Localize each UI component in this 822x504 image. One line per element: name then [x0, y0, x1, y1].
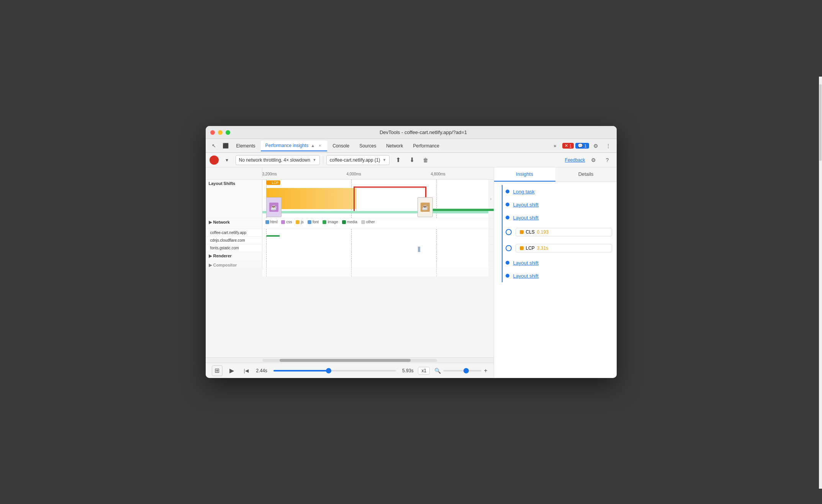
js-dot: [296, 220, 300, 224]
settings-toolbar-icon[interactable]: ⚙: [588, 155, 599, 165]
insights-list: Long task Layout shift: [494, 185, 617, 282]
scrollbar-thumb[interactable]: [280, 359, 411, 362]
layout-shift-2-label[interactable]: Layout shift: [513, 215, 539, 221]
cls-connector-dot: [506, 229, 512, 235]
layout-shift-1-dot: [506, 203, 509, 206]
time-start: 2.44s: [256, 368, 267, 373]
zoom-slider-thumb[interactable]: [463, 368, 469, 373]
screen-view-button[interactable]: ⊞: [212, 365, 223, 376]
font-dot: [308, 220, 311, 224]
network-host-2-label: cdnjs.cloudflare.com: [206, 237, 262, 244]
layout-shift-1-label[interactable]: Layout shift: [513, 202, 539, 208]
image-dot: [323, 220, 326, 224]
chat-badge[interactable]: 💬 1: [575, 143, 589, 149]
download-icon[interactable]: ⬇: [406, 155, 417, 165]
upload-icon[interactable]: ⬆: [393, 155, 403, 165]
cls-item: CLS 0.193: [494, 224, 617, 240]
devtools-window: DevTools - coffee-cart.netlify.app/?ad=1…: [206, 126, 617, 378]
zoom-in-icon[interactable]: +: [484, 367, 487, 374]
compositor-collapse-arrow[interactable]: ▶: [209, 263, 212, 268]
scrollbar-track[interactable]: [262, 359, 437, 362]
legend-row: html css js: [262, 218, 488, 226]
cls-content: CLS 0.193: [516, 228, 612, 236]
layout-shifts-row: Layout Shifts LCP: [206, 180, 494, 218]
maximize-button[interactable]: [226, 130, 230, 135]
error-badge[interactable]: ✕ 1: [562, 143, 574, 149]
tab-console[interactable]: Console: [328, 141, 354, 151]
layout-shift-1-content: Layout shift: [513, 201, 612, 208]
device-icon[interactable]: ⬛: [220, 141, 231, 151]
tab-details[interactable]: Details: [555, 167, 617, 182]
tab-sources[interactable]: Sources: [355, 141, 381, 151]
slider-thumb[interactable]: [326, 368, 331, 373]
horizontal-scrollbar[interactable]: [206, 357, 494, 363]
trash-icon[interactable]: 🗑: [420, 155, 431, 165]
tab-performance[interactable]: Performance: [408, 141, 444, 151]
url-dropdown[interactable]: coffee-cart.netlify.app (1) ▼: [326, 155, 390, 165]
spacer: [488, 261, 494, 268]
spacer: [488, 237, 494, 244]
long-task-dot: [506, 190, 509, 193]
tab-insights[interactable]: Insights: [494, 167, 555, 182]
more-options-icon[interactable]: ⋮: [603, 141, 614, 151]
more-tabs-button[interactable]: »: [549, 141, 561, 151]
screenshot-thumb-2[interactable]: ☕: [418, 197, 433, 217]
legend-media: media: [342, 220, 357, 224]
help-icon[interactable]: ?: [602, 155, 613, 165]
layout-shift-4-item: Layout shift: [494, 269, 617, 282]
screenshot-thumb-1[interactable]: ☕: [266, 197, 282, 217]
lcp-badge-dot: [268, 181, 271, 184]
network-host-3-row: fonts.gstatic.com: [206, 244, 494, 252]
record-button[interactable]: [210, 155, 219, 165]
cls-badge[interactable]: CLS 0.193: [516, 228, 612, 236]
legend-css: css: [281, 220, 292, 224]
html-dot: [265, 220, 269, 224]
tab-performance-insights[interactable]: Performance insights ▲ ×: [261, 141, 327, 151]
lcp-label: LCP: [526, 245, 535, 251]
thumb-inner-2: ☕: [418, 198, 432, 217]
renderer-collapse-arrow[interactable]: ▶: [209, 254, 212, 259]
cursor-icon[interactable]: ↖: [209, 141, 219, 151]
zoom-out-icon[interactable]: 🔍: [434, 368, 441, 374]
throttle-dropdown[interactable]: No network throttling, 4× slowdown ▼: [236, 155, 320, 165]
thumb-icon-2: ☕: [421, 203, 430, 212]
renderer-row: ▶ Renderer: [206, 252, 494, 261]
cls-label: CLS: [526, 229, 535, 235]
minimize-button[interactable]: [218, 130, 223, 135]
settings-icon[interactable]: ⚙: [591, 141, 601, 151]
dropdown-arrow[interactable]: ▼: [222, 155, 233, 165]
layout-shift-4-label[interactable]: Layout shift: [513, 273, 539, 279]
network-host-1-row: coffee-cart.netlify.app: [206, 229, 494, 237]
layout-shift-4-dot: [506, 274, 509, 278]
feedback-link[interactable]: Feedback: [565, 157, 585, 163]
layout-shift-3-label[interactable]: Layout shift: [513, 260, 539, 266]
close-button[interactable]: [210, 130, 215, 135]
time-end: 5.93s: [402, 368, 413, 373]
sidebar-content: Long task Layout shift: [494, 182, 617, 378]
play-button[interactable]: ▶: [227, 366, 236, 375]
c-dashed-2: [351, 261, 352, 277]
content-area: 3,200ms 4,000ms 4,800ms Layout Shifts: [206, 167, 617, 378]
traffic-lights: [210, 130, 230, 135]
timeline-slider[interactable]: [273, 370, 396, 371]
url-dropdown-arrow: ▼: [382, 158, 386, 162]
spacer: [488, 229, 494, 236]
lcp-badge2[interactable]: LCP 3.31s: [516, 244, 612, 252]
timeline-expand-arrow[interactable]: ›: [488, 180, 494, 218]
tab-network[interactable]: Network: [382, 141, 408, 151]
timeline-content[interactable]: Layout Shifts LCP: [206, 180, 494, 357]
speed-badge[interactable]: x1: [418, 367, 430, 375]
skip-back-button[interactable]: |◀: [241, 365, 252, 376]
main-panel: 3,200ms 4,000ms 4,800ms Layout Shifts: [206, 167, 494, 378]
long-task-label[interactable]: Long task: [513, 189, 535, 195]
timeline-header: 3,200ms 4,000ms 4,800ms: [206, 167, 494, 180]
layout-shift-3-item: Layout shift: [494, 256, 617, 269]
thumb-inner-1: ☕: [267, 198, 281, 217]
thumb-icon-1: ☕: [269, 203, 278, 212]
zoom-slider[interactable]: [443, 370, 481, 371]
network-collapse-arrow[interactable]: ▶: [209, 220, 212, 225]
compositor-row: ▶ Compositor: [206, 261, 494, 269]
bottom-bar: ⊞ ▶ |◀ 2.44s 5.93s x1 🔍 +: [206, 363, 494, 378]
tab-elements[interactable]: Elements: [232, 141, 260, 151]
tab-close-button[interactable]: ×: [317, 143, 323, 148]
